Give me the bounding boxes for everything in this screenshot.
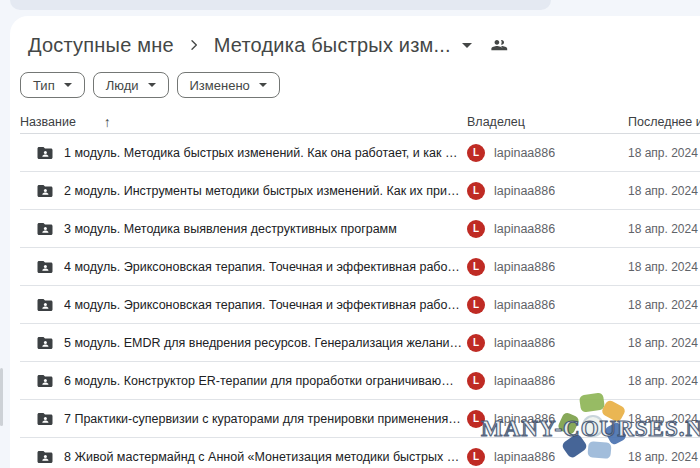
shared-folder-icon: [36, 182, 54, 200]
owner-cell: L lapinaa886: [467, 448, 628, 466]
filter-chip-type[interactable]: Тип: [20, 72, 85, 98]
sidebar-scrollbar-thumb[interactable]: [0, 368, 3, 426]
avatar: L: [467, 258, 485, 276]
file-name-cell: 3 модуль. Методика выявления деструктивн…: [20, 220, 467, 238]
column-header-modified[interactable]: Последнее изменение: [628, 115, 700, 129]
owner-name: lapinaa886: [494, 374, 555, 388]
modified-date: 18 апр. 2024 г.: [628, 336, 700, 350]
file-name-cell: 4 модуль. Эриксоновская терапия. Точечна…: [20, 296, 467, 314]
table-row[interactable]: 3 модуль. Методика выявления деструктивн…: [20, 210, 700, 248]
modified-date: 18 апр. 2024 г.: [628, 146, 700, 160]
table-row[interactable]: 6 модуль. Конструктор ER-терапии для про…: [20, 362, 700, 400]
file-name: 7 Практики-супервизии с кураторами для т…: [64, 412, 467, 426]
file-name-cell: 4 модуль. Эриксоновская терапия. Точечна…: [20, 258, 467, 276]
file-name-cell: 7 Практики-супервизии с кураторами для т…: [20, 410, 467, 428]
file-list-header: Название ↑ Владелец Последнее изменение: [20, 110, 700, 134]
modified-date: 18 апр. 2024 г.: [628, 450, 700, 464]
owner-name: lapinaa886: [494, 184, 555, 198]
owner-cell: L lapinaa886: [467, 410, 628, 428]
breadcrumb-shared-with-me[interactable]: Доступные мне: [28, 34, 174, 57]
shared-folder-icon: [36, 372, 54, 390]
table-row[interactable]: 4 модуль. Эриксоновская терапия. Точечна…: [20, 248, 700, 286]
owner-name: lapinaa886: [494, 298, 555, 312]
file-name: 6 модуль. Конструктор ER-терапии для про…: [64, 374, 467, 388]
owner-cell: L lapinaa886: [467, 258, 628, 276]
owner-name: lapinaa886: [494, 222, 555, 236]
modified-date: 18 апр. 2024 г.: [628, 260, 700, 274]
modified-date: 18 апр. 2024 г.: [628, 412, 700, 426]
breadcrumb: Доступные мне Методика быстрых изм...: [28, 30, 508, 60]
owner-name: lapinaa886: [494, 336, 555, 350]
caret-down-icon: [462, 43, 472, 48]
modified-date: 18 апр. 2024 г.: [628, 298, 700, 312]
drive-content-panel: Доступные мне Методика быстрых изм... Ти…: [10, 16, 700, 468]
shared-folder-icon: [36, 220, 54, 238]
file-rows: 1 модуль. Методика быстрых изменений. Ка…: [10, 134, 700, 468]
column-header-owner[interactable]: Владелец: [467, 115, 628, 129]
file-name-cell: 2 модуль. Инструменты методики быстрых и…: [20, 182, 467, 200]
filter-chips: Тип Люди Изменено: [20, 72, 280, 98]
avatar: L: [467, 410, 485, 428]
owner-cell: L lapinaa886: [467, 182, 628, 200]
file-name-cell: 5 модуль. EMDR для внедрения ресурсов. Г…: [20, 334, 467, 352]
shared-folder-icon: [36, 258, 54, 276]
search-bar-bottom-fragment: [10, 0, 551, 10]
owner-name: lapinaa886: [494, 412, 555, 426]
table-row[interactable]: 4 модуль. Эриксоновская терапия. Точечна…: [20, 286, 700, 324]
shared-folder-icon: [36, 144, 54, 162]
caret-down-icon: [64, 83, 72, 87]
owner-name: lapinaa886: [494, 450, 555, 464]
shared-folder-icon: [36, 296, 54, 314]
shared-folder-icon: [36, 334, 54, 352]
chevron-right-icon: [186, 37, 202, 53]
avatar: L: [467, 448, 485, 466]
filter-chip-type-label: Тип: [33, 78, 55, 93]
caret-down-icon: [148, 83, 156, 87]
table-row[interactable]: 2 модуль. Инструменты методики быстрых и…: [20, 172, 700, 210]
file-name: 1 модуль. Методика быстрых изменений. Ка…: [64, 146, 467, 160]
shared-people-icon[interactable]: [489, 36, 508, 55]
file-name-cell: 6 модуль. Конструктор ER-терапии для про…: [20, 372, 467, 390]
filter-chip-modified[interactable]: Изменено: [177, 72, 280, 98]
column-header-name[interactable]: Название ↑: [20, 114, 467, 130]
file-list: Название ↑ Владелец Последнее изменение …: [10, 110, 700, 468]
modified-date: 18 апр. 2024 г.: [628, 222, 700, 236]
file-name: 8 Живой мастермайнд с Анной «Монетизация…: [64, 450, 467, 464]
modified-date: 18 апр. 2024 г.: [628, 184, 700, 198]
shared-folder-icon: [36, 410, 54, 428]
current-folder-menu[interactable]: Методика быстрых изм...: [214, 34, 472, 57]
owner-name: lapinaa886: [494, 146, 555, 160]
avatar: L: [467, 334, 485, 352]
filter-chip-people[interactable]: Люди: [93, 72, 169, 98]
avatar: L: [467, 182, 485, 200]
avatar: L: [467, 296, 485, 314]
shared-folder-icon: [36, 448, 54, 466]
table-row[interactable]: 7 Практики-супервизии с кураторами для т…: [20, 400, 700, 438]
avatar: L: [467, 372, 485, 390]
filter-chip-people-label: Люди: [106, 78, 139, 93]
owner-cell: L lapinaa886: [467, 296, 628, 314]
file-name-cell: 1 модуль. Методика быстрых изменений. Ка…: [20, 144, 467, 162]
table-row[interactable]: 8 Живой мастермайнд с Анной «Монетизация…: [20, 438, 700, 468]
owner-name: lapinaa886: [494, 260, 555, 274]
owner-cell: L lapinaa886: [467, 220, 628, 238]
sort-ascending-icon: ↑: [104, 114, 111, 130]
table-row[interactable]: 1 модуль. Методика быстрых изменений. Ка…: [20, 134, 700, 172]
owner-cell: L lapinaa886: [467, 334, 628, 352]
avatar: L: [467, 220, 485, 238]
file-name: 2 модуль. Инструменты методики быстрых и…: [64, 184, 467, 198]
file-name: 4 модуль. Эриксоновская терапия. Точечна…: [64, 260, 467, 274]
table-row[interactable]: 5 модуль. EMDR для внедрения ресурсов. Г…: [20, 324, 700, 362]
owner-cell: L lapinaa886: [467, 144, 628, 162]
modified-date: 18 апр. 2024 г.: [628, 374, 700, 388]
file-name: 5 модуль. EMDR для внедрения ресурсов. Г…: [64, 336, 467, 350]
owner-cell: L lapinaa886: [467, 372, 628, 390]
file-name: 4 модуль. Эриксоновская терапия. Точечна…: [64, 298, 467, 312]
file-name: 3 модуль. Методика выявления деструктивн…: [64, 222, 401, 236]
avatar: L: [467, 144, 485, 162]
caret-down-icon: [259, 83, 267, 87]
file-name-cell: 8 Живой мастермайнд с Анной «Монетизация…: [20, 448, 467, 466]
filter-chip-modified-label: Изменено: [190, 78, 250, 93]
page-title: Методика быстрых изм...: [214, 34, 451, 57]
